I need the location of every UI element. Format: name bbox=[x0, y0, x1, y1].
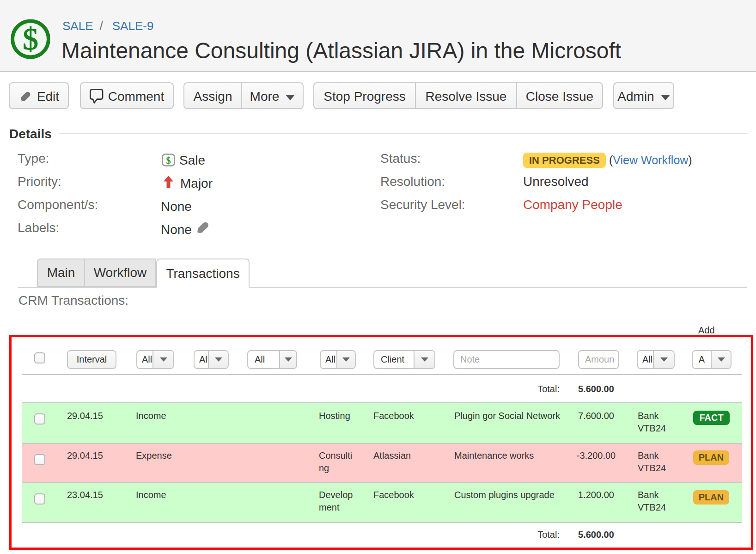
svg-text:$: $ bbox=[23, 21, 38, 56]
svg-text:$: $ bbox=[166, 155, 171, 166]
